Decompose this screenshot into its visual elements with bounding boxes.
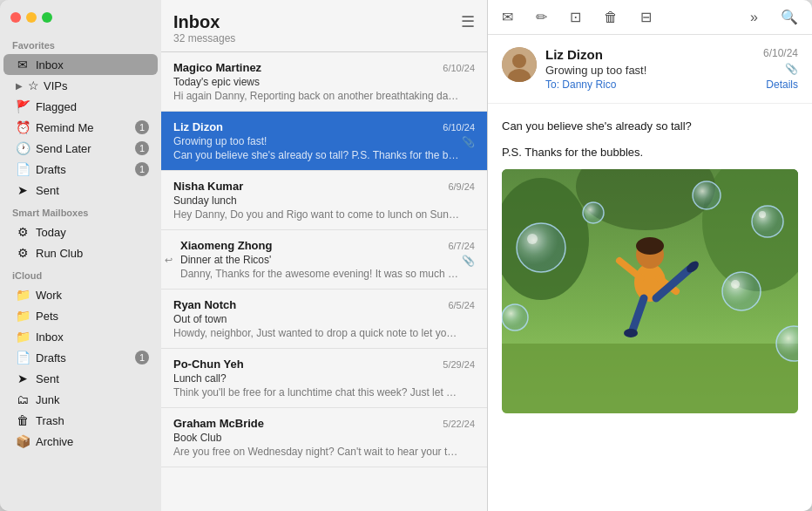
overflow-icon[interactable]: » xyxy=(747,8,761,27)
sidebar-item-label: Send Later xyxy=(36,142,129,155)
msg-sender: Magico Martinez xyxy=(173,61,261,74)
sidebar-item-remind-me[interactable]: ⏰ Remind Me 1 xyxy=(3,117,158,138)
junk-toolbar-icon[interactable]: ⊟ xyxy=(637,7,655,27)
folder-icon: 📁 xyxy=(16,288,30,302)
svg-point-23 xyxy=(693,181,721,209)
message-item[interactable]: Nisha Kumar 6/9/24 Sunday lunch Hey Dann… xyxy=(161,171,487,230)
delete-icon[interactable]: 🗑 xyxy=(600,8,621,27)
sidebar-item-today[interactable]: ⚙ Today xyxy=(3,221,158,242)
detail-header: Liz Dizon Growing up too fast! To: Danny… xyxy=(488,35,812,104)
detail-to: To: Danny Rico xyxy=(545,78,754,91)
minimize-button[interactable] xyxy=(26,12,37,23)
new-message-icon[interactable]: ✉ xyxy=(498,7,517,27)
detail-meta-right: 6/10/24 📎 Details xyxy=(763,47,798,91)
detail-sender-name: Liz Dizon xyxy=(545,47,754,62)
sidebar-item-work[interactable]: 📁 Work xyxy=(3,284,158,305)
sidebar-item-label: Work xyxy=(36,289,149,302)
msg-preview: Danny, Thanks for the awesome evening! I… xyxy=(173,268,461,280)
sidebar-item-run-club[interactable]: ⚙ Run Club xyxy=(3,242,158,263)
drafts-badge: 1 xyxy=(135,162,149,176)
message-item[interactable]: Magico Martinez 6/10/24 Today's epic vie… xyxy=(161,52,487,112)
sidebar-item-label: Inbox xyxy=(36,330,149,344)
message-list-header: Inbox 32 messages ☰ xyxy=(161,0,487,52)
sidebar-item-icloud-inbox[interactable]: 📁 Inbox xyxy=(3,326,158,347)
sidebar-item-sent[interactable]: ➤ Sent xyxy=(3,180,158,201)
svg-point-26 xyxy=(759,211,766,218)
svg-point-10 xyxy=(636,237,664,255)
to-name[interactable]: Danny Rico xyxy=(562,78,616,91)
sort-icon[interactable]: ☰ xyxy=(461,12,475,31)
detail-panel: ✉ ✏ ⊡ 🗑 ⊟ » 🔍 Liz Dizon Growing up too f xyxy=(488,0,812,511)
sidebar-item-label: Archive xyxy=(36,435,149,448)
traffic-lights xyxy=(0,9,161,33)
sidebar-item-label: Pets xyxy=(36,310,149,323)
message-item[interactable]: Ryan Notch 6/5/24 Out of town Howdy, nei… xyxy=(161,290,487,349)
sidebar-item-pets[interactable]: 📁 Pets xyxy=(3,305,158,326)
msg-subject: Lunch call? xyxy=(173,372,475,385)
svg-point-20 xyxy=(502,304,528,330)
sidebar-item-flagged[interactable]: 🚩 Flagged xyxy=(3,96,158,117)
svg-point-15 xyxy=(624,329,638,337)
sent-icon: ➤ xyxy=(16,183,30,197)
message-item[interactable]: ↩ Xiaomeng Zhong 6/7/24 Dinner at the Ri… xyxy=(161,230,487,290)
details-link[interactable]: Details xyxy=(766,78,798,91)
trash-icon: 🗑 xyxy=(16,413,30,427)
remind-icon: ⏰ xyxy=(16,120,30,134)
inbox-icon: ✉ xyxy=(16,58,30,72)
msg-preview: Think you'll be free for a lunchtime cha… xyxy=(173,386,461,399)
close-button[interactable] xyxy=(10,12,21,23)
folder-icon: 📁 xyxy=(16,330,30,344)
msg-date: 6/7/24 xyxy=(448,241,475,251)
avatar xyxy=(502,47,537,82)
photo-attachment xyxy=(502,169,798,413)
sidebar-item-label: Today xyxy=(36,226,149,239)
svg-point-25 xyxy=(731,280,740,289)
sidebar-item-icloud-sent[interactable]: ➤ Sent xyxy=(3,368,158,389)
detail-sender-info: Liz Dizon Growing up too fast! To: Danny… xyxy=(545,47,754,91)
msg-sender: Ryan Notch xyxy=(173,298,236,311)
message-item[interactable]: Po-Chun Yeh 5/29/24 Lunch call? Think yo… xyxy=(161,349,487,408)
header-text: Inbox 32 messages xyxy=(173,12,235,44)
msg-sender: Xiaomeng Zhong xyxy=(180,239,272,252)
detail-subject: Growing up too fast! xyxy=(545,64,754,77)
smart-mailboxes-label: Smart Mailboxes xyxy=(0,201,161,221)
photo-svg xyxy=(502,169,798,413)
detail-body: Can you believe she's already so tall? P… xyxy=(488,104,812,511)
mail-window: Favorites ✉ Inbox ▶ ☆ VIPs 🚩 Flagged ⏰ R… xyxy=(0,0,812,511)
msg-preview: Are you free on Wednesday night? Can't w… xyxy=(173,446,461,458)
sidebar-item-label: VIPs xyxy=(44,79,149,92)
icloud-label: iCloud xyxy=(0,263,161,284)
compose-icon[interactable]: ✏ xyxy=(532,7,551,27)
sidebar-item-junk[interactable]: 🗂 Junk xyxy=(3,389,158,410)
sidebar-item-label: Inbox xyxy=(36,58,149,72)
sidebar-item-drafts[interactable]: 📄 Drafts 1 xyxy=(3,159,158,180)
send-later-badge: 1 xyxy=(135,141,149,155)
sidebar: Favorites ✉ Inbox ▶ ☆ VIPs 🚩 Flagged ⏰ R… xyxy=(0,0,161,511)
to-label: To: xyxy=(545,78,559,91)
msg-date: 6/5/24 xyxy=(448,300,475,310)
msg-subject: Out of town xyxy=(173,313,475,325)
archive-toolbar-icon[interactable]: ⊡ xyxy=(566,7,585,27)
msg-preview: Howdy, neighbor, Just wanted to drop a q… xyxy=(173,327,461,339)
sidebar-item-vips[interactable]: ▶ ☆ VIPs xyxy=(3,75,158,96)
msg-preview: Can you believe she's already so tall? P… xyxy=(173,149,461,161)
today-icon: ⚙ xyxy=(16,225,30,239)
message-item[interactable]: Graham McBride 5/22/24 Book Club Are you… xyxy=(161,408,487,467)
sidebar-item-label: Trash xyxy=(36,414,149,427)
sidebar-item-trash[interactable]: 🗑 Trash xyxy=(3,410,158,431)
message-item[interactable]: Liz Dizon 6/10/24 Growing up too fast! C… xyxy=(161,112,487,171)
send-later-icon: 🕐 xyxy=(16,141,30,155)
archive-icon: 📦 xyxy=(16,434,30,448)
maximize-button[interactable] xyxy=(42,12,52,23)
msg-preview: Hi again Danny, Reporting back on anothe… xyxy=(173,90,461,102)
sidebar-item-icloud-drafts[interactable]: 📄 Drafts 1 xyxy=(3,347,158,368)
svg-point-18 xyxy=(722,272,761,310)
detail-date: 6/10/24 xyxy=(763,47,798,59)
search-icon[interactable]: 🔍 xyxy=(777,7,802,27)
run-club-icon: ⚙ xyxy=(16,246,30,260)
sidebar-item-label: Sent xyxy=(36,184,149,197)
sidebar-item-send-later[interactable]: 🕐 Send Later 1 xyxy=(3,138,158,159)
icloud-drafts-badge: 1 xyxy=(135,351,149,365)
sidebar-item-archive[interactable]: 📦 Archive xyxy=(3,431,158,452)
sidebar-item-inbox[interactable]: ✉ Inbox xyxy=(3,54,158,75)
